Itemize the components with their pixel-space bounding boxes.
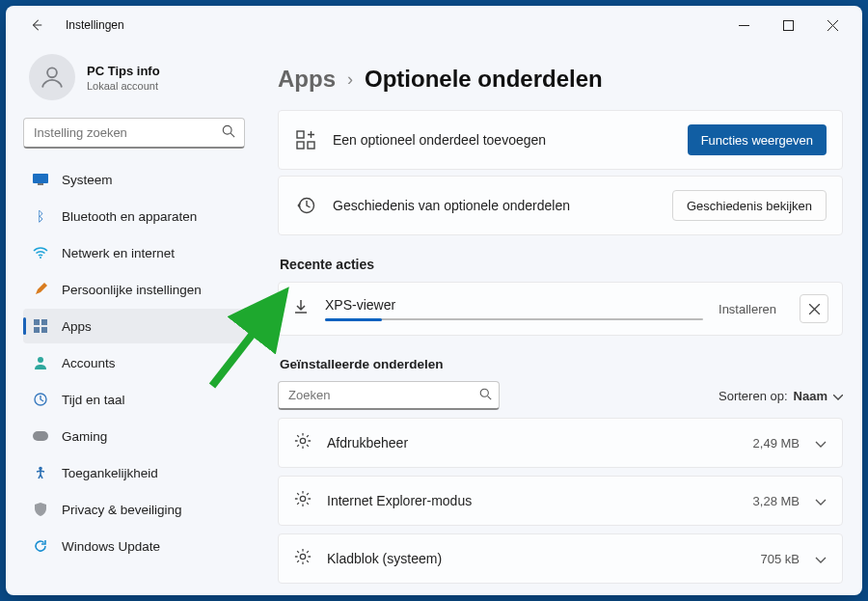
gear-icon [294,432,312,453]
history-label: Geschiedenis van optionele onderdelen [333,198,657,213]
sidebar-item-apps[interactable]: Apps [23,309,249,343]
breadcrumb-parent[interactable]: Apps [278,66,336,93]
view-features-button[interactable]: Functies weergeven [688,124,827,155]
svg-rect-16 [308,142,314,149]
search-icon [479,387,492,404]
svg-point-19 [300,438,305,443]
close-button[interactable] [810,6,854,44]
svg-rect-8 [34,327,40,333]
add-grid-icon [294,130,317,150]
installed-item[interactable]: Internet Explorer-modus 3,28 MB [278,476,843,526]
svg-rect-9 [41,327,47,333]
sidebar-search [23,118,245,149]
nav-label: Systeem [62,173,113,187]
system-icon [33,172,48,187]
wifi-icon [33,245,48,260]
installed-item-size: 3,28 MB [753,494,800,508]
nav-label: Gaming [62,429,107,444]
installed-toolbar: Sorteren op: Naam [278,381,843,410]
shield-icon [33,502,48,517]
sort-prefix: Sorteren op: [719,389,788,403]
download-icon [292,298,310,319]
svg-point-5 [40,257,41,259]
sidebar-item-gaming[interactable]: Gaming [23,419,249,453]
sidebar-item-accessibility[interactable]: Toegankelijkheid [23,455,249,490]
svg-point-10 [38,357,43,363]
sidebar-item-bluetooth[interactable]: ᛒBluetooth en apparaten [23,199,249,233]
installed-search [278,381,500,410]
nav-label: Persoonlijke instellingen [62,283,202,297]
svg-rect-0 [783,20,793,30]
back-button[interactable] [25,14,48,37]
svg-rect-14 [297,131,304,138]
accessibility-icon [33,465,48,480]
svg-rect-4 [38,183,43,185]
gaming-icon [33,428,48,444]
install-progress [325,318,703,320]
sidebar-item-personalization[interactable]: Persoonlijke instellingen [23,272,249,307]
installed-heading: Geïnstalleerde onderdelen [280,357,843,371]
svg-rect-7 [41,319,47,325]
installed-item[interactable]: Kladblok (systeem) 705 kB [278,533,843,584]
sort-value: Naam [794,389,827,403]
brush-icon [33,282,48,297]
main-content: Apps › Optionele onderdelen Een optionee… [258,44,862,595]
installed-search-input[interactable] [278,381,500,410]
minimize-button[interactable] [721,6,766,44]
window-title: Instellingen [66,18,124,32]
sidebar-item-network[interactable]: Netwerk en internet [23,235,249,270]
nav-label: Windows Update [62,539,160,554]
sidebar-item-time[interactable]: Tijd en taal [23,382,249,417]
svg-point-2 [223,125,231,134]
installed-item-name: Afdrukbeheer [327,435,738,451]
cancel-install-button[interactable] [800,294,828,323]
installed-item-size: 2,49 MB [753,436,800,451]
svg-point-1 [47,68,57,77]
titlebar: Instellingen [6,6,862,44]
avatar [29,54,75,100]
chevron-down-icon [833,389,843,403]
svg-point-13 [39,467,42,471]
page-title: Optionele onderdelen [365,66,603,93]
gear-icon [294,548,312,569]
installed-item[interactable]: Afdrukbeheer 2,49 MB [278,418,843,468]
sidebar-item-system[interactable]: Systeem [23,162,249,197]
history-icon [294,196,317,215]
profile-name: PC Tips info [87,64,160,78]
sort-control[interactable]: Sorteren op: Naam [719,389,843,403]
view-history-button[interactable]: Geschiedenis bekijken [672,190,827,221]
profile-sub: Lokaal account [87,80,160,92]
nav-label: Privacy & beveiliging [62,503,182,517]
chevron-down-icon [815,550,827,567]
profile-block[interactable]: PC Tips info Lokaal account [29,54,243,100]
nav: Systeem ᛒBluetooth en apparaten Netwerk … [23,162,249,563]
sidebar-item-accounts[interactable]: Accounts [23,345,249,380]
sidebar-item-update[interactable]: Windows Update [23,529,249,563]
svg-point-18 [480,389,488,396]
maximize-button[interactable] [766,6,810,44]
svg-point-21 [300,554,305,559]
update-icon [33,538,48,554]
nav-label: Toegankelijkheid [62,466,158,480]
settings-window: Instellingen PC Tips info Lokaal account [6,6,862,595]
recent-heading: Recente acties [280,257,843,272]
svg-rect-6 [34,319,40,325]
nav-label: Netwerk en internet [62,246,175,260]
sidebar: PC Tips info Lokaal account Systeem ᛒBlu… [6,44,258,595]
apps-icon [33,318,48,334]
recent-item-status: Installeren [719,302,776,316]
svg-rect-3 [33,174,48,183]
person-icon [33,355,48,370]
installed-item-size: 705 kB [761,552,800,566]
recent-action-item: XPS-viewer Installeren [278,282,843,336]
chevron-down-icon [815,492,827,509]
history-row: Geschiedenis van optionele onderdelen Ge… [278,176,843,235]
gear-icon [294,490,312,511]
search-input[interactable] [23,118,245,149]
breadcrumb: Apps › Optionele onderdelen [278,66,843,93]
installed-item-name: Kladblok (systeem) [327,551,746,566]
sidebar-item-privacy[interactable]: Privacy & beveiliging [23,492,249,527]
recent-item-name: XPS-viewer [325,297,703,313]
chevron-down-icon [815,434,827,451]
nav-label: Bluetooth en apparaten [62,209,197,224]
